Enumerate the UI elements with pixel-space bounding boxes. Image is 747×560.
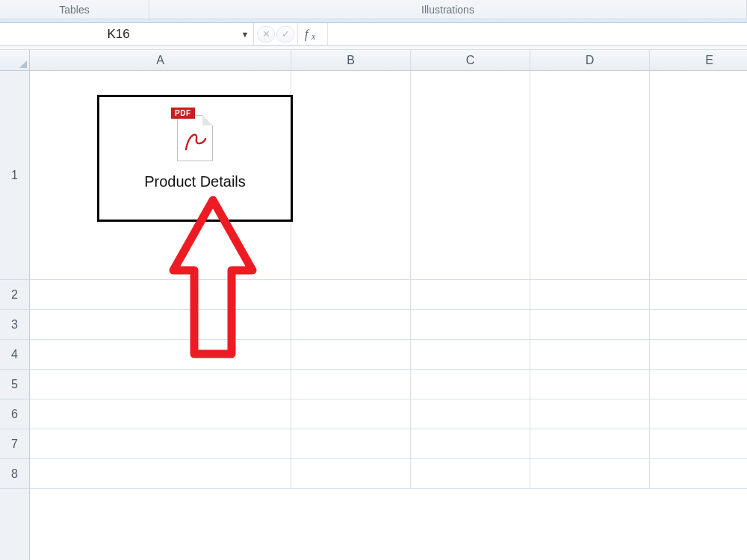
- cell-B4[interactable]: [291, 340, 411, 370]
- embedded-object-label: Product Details: [144, 173, 246, 190]
- embedded-pdf-object[interactable]: PDF Product Details: [97, 95, 293, 222]
- row-header-1-label: 1: [11, 169, 18, 182]
- row-header-2[interactable]: 2: [0, 280, 29, 310]
- cell-C2[interactable]: [411, 280, 530, 310]
- cell-A8[interactable]: [30, 459, 291, 489]
- col-header-D[interactable]: D: [530, 50, 650, 70]
- select-all-button[interactable]: [0, 50, 30, 71]
- cell-B7[interactable]: [291, 429, 411, 459]
- row-header-4[interactable]: 4: [0, 340, 29, 370]
- cell-A5[interactable]: [30, 370, 291, 399]
- cell-E6[interactable]: [650, 399, 747, 429]
- cell-D4[interactable]: [530, 340, 650, 370]
- col-header-C[interactable]: C: [411, 50, 530, 70]
- row-header-8-label: 8: [11, 467, 18, 481]
- formula-input[interactable]: [328, 23, 747, 45]
- col-header-E-label: E: [705, 54, 713, 67]
- cells-area: A B C D E: [30, 50, 747, 560]
- check-icon: ✓: [282, 28, 290, 40]
- row-header-6[interactable]: 6: [0, 399, 29, 429]
- row-header-8[interactable]: 8: [0, 459, 29, 489]
- pdf-badge: PDF: [171, 108, 195, 119]
- svg-text:f: f: [305, 28, 310, 41]
- cell-B8[interactable]: [291, 459, 411, 489]
- cell-B2[interactable]: [291, 280, 411, 310]
- col-header-E[interactable]: E: [650, 50, 747, 70]
- insert-function-button[interactable]: f x: [298, 23, 328, 45]
- row-header-4-label: 4: [11, 348, 18, 361]
- row-header-3-label: 3: [11, 318, 18, 332]
- row-header-1[interactable]: 1: [0, 71, 29, 280]
- cell-D1[interactable]: [530, 71, 650, 280]
- cell-E4[interactable]: [650, 340, 747, 370]
- col-header-A-label: A: [156, 54, 164, 67]
- row-header-5[interactable]: 5: [0, 370, 29, 399]
- cell-E3[interactable]: [650, 310, 747, 340]
- cell-E2[interactable]: [650, 280, 747, 310]
- ribbon-group-tables[interactable]: Tables: [0, 0, 149, 19]
- cell-D7[interactable]: [530, 429, 650, 459]
- svg-text:x: x: [311, 31, 316, 42]
- cell-B5[interactable]: [291, 370, 411, 399]
- pdf-file-icon: PDF: [171, 108, 219, 166]
- cell-C3[interactable]: [411, 310, 530, 340]
- row-header-5-label: 5: [11, 378, 18, 391]
- cell-D3[interactable]: [530, 310, 650, 340]
- cell-A3[interactable]: [30, 310, 291, 340]
- x-icon: ✕: [262, 28, 270, 40]
- row-header-6-label: 6: [11, 408, 18, 421]
- cell-C1[interactable]: [411, 71, 530, 280]
- formula-bar-row: ▼ ✕ ✓ f x: [0, 23, 747, 46]
- cell-C4[interactable]: [411, 340, 530, 370]
- spreadsheet-grid: 1 2 3 4 5 6 7 8 A B C D E: [0, 50, 747, 560]
- col-header-D-label: D: [586, 54, 595, 67]
- cell-A4[interactable]: [30, 340, 291, 370]
- cell-D2[interactable]: [530, 280, 650, 310]
- cell-B6[interactable]: [291, 399, 411, 429]
- row-header-7-label: 7: [11, 438, 18, 451]
- cell-E1[interactable]: [650, 71, 747, 280]
- ribbon-group-illustrations[interactable]: Illustrations: [149, 0, 747, 19]
- fx-icon: f x: [303, 27, 323, 42]
- column-headers: A B C D E: [30, 50, 747, 71]
- namebox-dropdown[interactable]: ▼: [237, 30, 253, 39]
- name-box[interactable]: [4, 26, 232, 43]
- cell-E5[interactable]: [650, 370, 747, 399]
- col-header-A[interactable]: A: [30, 50, 291, 70]
- namebox-container: ▼: [0, 23, 254, 45]
- adobe-swirl-icon: [182, 127, 208, 154]
- col-header-B[interactable]: B: [291, 50, 411, 70]
- cell-A7[interactable]: [30, 429, 291, 459]
- col-header-B-label: B: [347, 54, 355, 67]
- cell-A2[interactable]: [30, 280, 291, 310]
- cell-A6[interactable]: [30, 399, 291, 429]
- enter-formula-button[interactable]: ✓: [276, 26, 294, 43]
- row-header-2-label: 2: [11, 288, 18, 302]
- ribbon-group-illustrations-label: Illustrations: [421, 4, 474, 16]
- cell-D5[interactable]: [530, 370, 650, 399]
- cell-E7[interactable]: [650, 429, 747, 459]
- row-header-7[interactable]: 7: [0, 429, 29, 459]
- formula-bar-buttons: ✕ ✓: [254, 23, 298, 45]
- cell-C6[interactable]: [411, 399, 530, 429]
- cancel-formula-button[interactable]: ✕: [257, 26, 275, 43]
- cell-B3[interactable]: [291, 310, 411, 340]
- ribbon-group-tables-label: Tables: [59, 4, 89, 16]
- cell-C5[interactable]: [411, 370, 530, 399]
- cell-D6[interactable]: [530, 399, 650, 429]
- ribbon-group-labels: Tables Illustrations: [0, 0, 747, 19]
- row-header-3[interactable]: 3: [0, 310, 29, 340]
- chevron-down-icon: ▼: [241, 30, 249, 39]
- cell-B1[interactable]: [291, 71, 411, 280]
- cell-D8[interactable]: [530, 459, 650, 489]
- cell-C8[interactable]: [411, 459, 530, 489]
- cell-C7[interactable]: [411, 429, 530, 459]
- row-headers: 1 2 3 4 5 6 7 8: [0, 50, 30, 560]
- cell-E8[interactable]: [650, 459, 747, 489]
- col-header-C-label: C: [466, 54, 475, 67]
